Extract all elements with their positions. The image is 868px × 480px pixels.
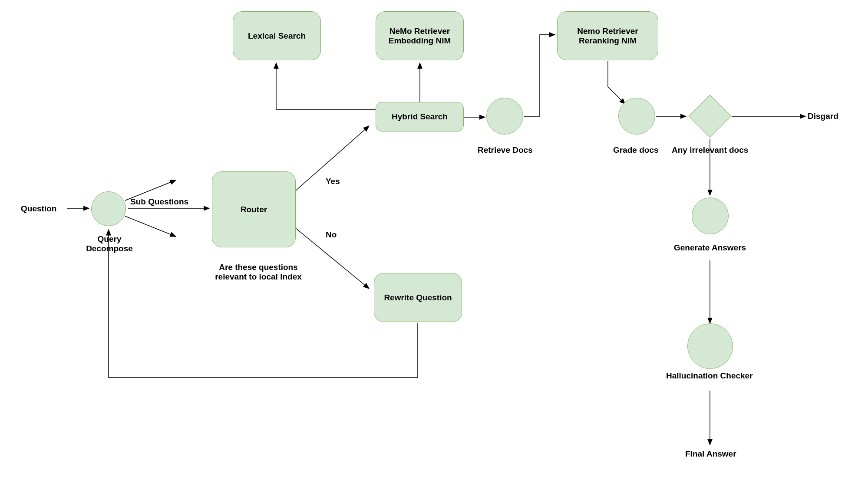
router-text: Router xyxy=(241,205,267,214)
grade-docs-node xyxy=(618,98,655,135)
generate-answers-label: Generate Answers xyxy=(674,243,746,253)
router-node: Router xyxy=(212,171,296,247)
nemo-embedding-text: NeMo Retriever Embedding NIM xyxy=(389,26,451,46)
router-caption-label: Are these questions relevant to local In… xyxy=(206,263,310,282)
retrieve-docs-node xyxy=(486,98,523,135)
grade-docs-label: Grade docs xyxy=(613,145,659,155)
generate-answers-node xyxy=(692,197,729,234)
rewrite-question-node: Rewrite Question xyxy=(374,273,462,322)
query-decompose-node xyxy=(91,191,126,226)
hybrid-search-node: Hybrid Search xyxy=(376,102,464,132)
query-decompose-label: Query Decompose xyxy=(86,234,133,253)
hallucination-checker-node xyxy=(687,323,733,369)
svg-line-4 xyxy=(125,216,176,237)
retrieve-docs-label: Retrieve Docs xyxy=(478,145,533,155)
final-answer-label: Final Answer xyxy=(685,449,736,459)
yes-label: Yes xyxy=(326,177,340,186)
lexical-search-node: Lexical Search xyxy=(233,11,321,60)
lexical-search-text: Lexical Search xyxy=(248,31,306,41)
no-label: No xyxy=(326,230,337,240)
sub-questions-label: Sub Questions xyxy=(130,197,188,207)
discard-label: Disgard xyxy=(808,112,838,121)
nemo-reranking-node: Nemo Retriever Reranking NIM xyxy=(557,11,658,60)
rewrite-question-text: Rewrite Question xyxy=(384,293,452,302)
nemo-embedding-node: NeMo Retriever Embedding NIM xyxy=(376,11,464,60)
nemo-reranking-text: Nemo Retriever Reranking NIM xyxy=(577,26,638,46)
hallucination-checker-label: Hallucination Checker xyxy=(666,371,753,381)
any-irrelevant-node xyxy=(689,95,732,138)
question-label: Question xyxy=(21,204,56,214)
any-irrelevant-label: Any irrelevant docs xyxy=(672,145,748,155)
hybrid-search-text: Hybrid Search xyxy=(392,112,448,122)
